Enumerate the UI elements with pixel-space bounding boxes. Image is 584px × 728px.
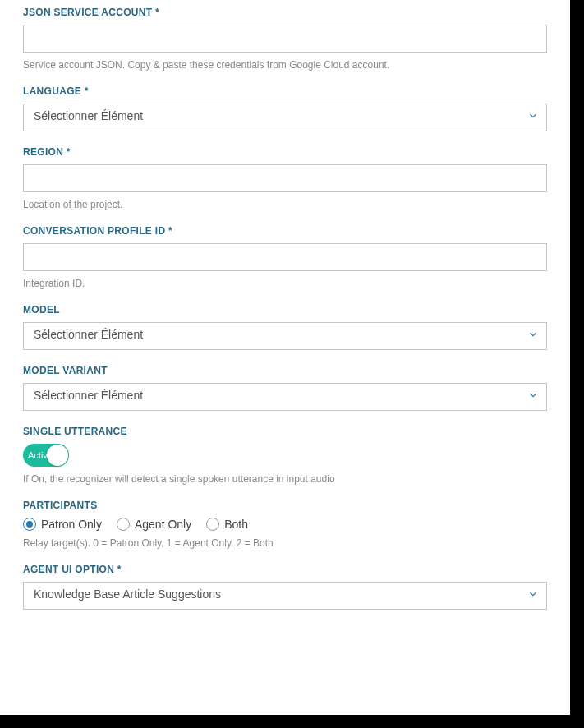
model-variant-select-wrapper: Sélectionner Élément — [23, 383, 547, 411]
field-model: MODEL Sélectionner Élément — [23, 304, 547, 350]
radio-agent-only[interactable]: Agent Only — [117, 518, 191, 531]
single-utterance-label: SINGLE UTTERANCE — [23, 426, 547, 437]
radio-circle-icon — [117, 518, 130, 531]
json-service-account-help: Service account JSON. Copy & paste these… — [23, 59, 547, 71]
model-variant-label: MODEL VARIANT — [23, 365, 547, 376]
participants-radio-group: Patron Only Agent Only Both — [23, 518, 547, 531]
field-participants: PARTICIPANTS Patron Only Agent Only Both… — [23, 500, 547, 549]
field-single-utterance: SINGLE UTTERANCE Activé If On, the recog… — [23, 426, 547, 485]
conversation-profile-id-label: CONVERSATION PROFILE ID * — [23, 225, 547, 237]
radio-both-label: Both — [224, 518, 248, 531]
model-label: MODEL — [23, 304, 547, 316]
single-utterance-help: If On, the recognizer will detect a sing… — [23, 473, 547, 485]
field-agent-ui-option: AGENT UI OPTION * Knowledge Base Article… — [23, 564, 547, 610]
region-help: Location of the project. — [23, 199, 547, 210]
region-input[interactable] — [23, 164, 547, 192]
language-select-wrapper: Sélectionner Élément — [23, 104, 547, 131]
single-utterance-toggle[interactable]: Activé — [23, 444, 69, 467]
agent-ui-option-select[interactable]: Knowledge Base Article Suggestions — [23, 582, 547, 610]
radio-both[interactable]: Both — [206, 518, 248, 531]
field-region: REGION * Location of the project. — [23, 146, 547, 210]
model-variant-select[interactable]: Sélectionner Élément — [23, 383, 547, 411]
radio-agent-only-label: Agent Only — [135, 518, 191, 531]
json-service-account-input[interactable] — [23, 25, 547, 53]
radio-circle-icon — [23, 518, 36, 531]
language-label: LANGUAGE * — [23, 85, 547, 97]
agent-ui-option-label: AGENT UI OPTION * — [23, 564, 547, 575]
model-select[interactable]: Sélectionner Élément — [23, 322, 547, 350]
language-select[interactable]: Sélectionner Élément — [23, 104, 547, 131]
conversation-profile-id-input[interactable] — [23, 243, 547, 271]
region-label: REGION * — [23, 146, 547, 158]
form-container: JSON SERVICE ACCOUNT * Service account J… — [0, 0, 570, 715]
field-model-variant: MODEL VARIANT Sélectionner Élément — [23, 365, 547, 411]
radio-patron-only-label: Patron Only — [41, 518, 102, 531]
radio-patron-only[interactable]: Patron Only — [23, 518, 102, 531]
participants-help: Relay target(s). 0 = Patron Only, 1 = Ag… — [23, 537, 547, 549]
field-language: LANGUAGE * Sélectionner Élément — [23, 85, 547, 131]
toggle-knob — [47, 445, 68, 466]
participants-label: PARTICIPANTS — [23, 500, 547, 511]
field-conversation-profile-id: CONVERSATION PROFILE ID * Integration ID… — [23, 225, 547, 289]
json-service-account-label: JSON SERVICE ACCOUNT * — [23, 7, 547, 18]
model-select-wrapper: Sélectionner Élément — [23, 322, 547, 350]
radio-circle-icon — [206, 518, 219, 531]
conversation-profile-id-help: Integration ID. — [23, 278, 547, 289]
agent-ui-option-select-wrapper: Knowledge Base Article Suggestions — [23, 582, 547, 610]
field-json-service-account: JSON SERVICE ACCOUNT * Service account J… — [23, 7, 547, 71]
radio-dot-icon — [26, 521, 33, 528]
